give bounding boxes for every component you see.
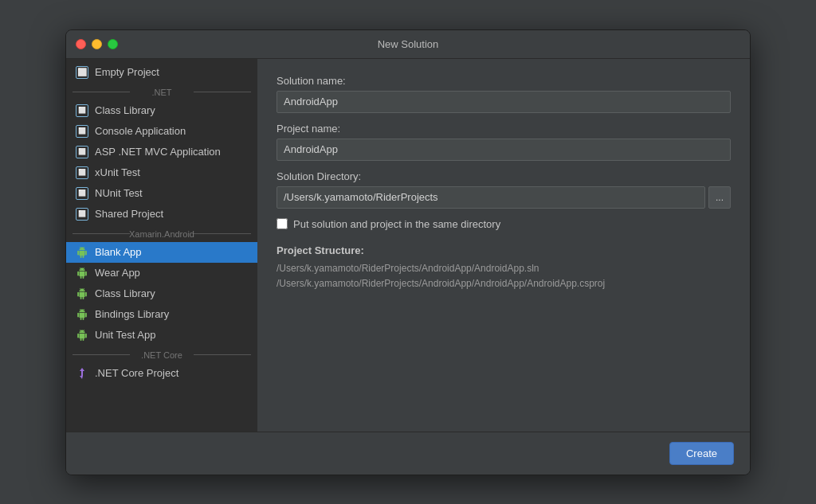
sidebar-item-label: Console Application — [95, 125, 186, 137]
net-icon: ⬜ — [76, 104, 88, 117]
net-icon: ⬜ — [76, 166, 88, 179]
sidebar: ⬜ Empty Project .NET ⬜ Class Library ⬜ C… — [66, 59, 257, 432]
android-icon — [76, 308, 88, 321]
titlebar: New Solution — [66, 30, 750, 59]
sidebar-item-label: ASP .NET MVC Application — [95, 146, 221, 158]
sidebar-item-wear-app[interactable]: Wear App — [66, 263, 257, 283]
minimize-button[interactable] — [92, 39, 102, 49]
traffic-lights — [76, 39, 118, 49]
sidebar-item-label: Wear App — [95, 267, 140, 279]
project-structure-path-sln: /Users/k.yamamoto/RiderProjects/AndroidA… — [277, 263, 539, 274]
directory-row: ... — [277, 186, 731, 209]
sidebar-item-nunit[interactable]: ⬜ NUnit Test — [66, 183, 257, 204]
main-content: ⬜ Empty Project .NET ⬜ Class Library ⬜ C… — [66, 59, 750, 432]
project-structure: Project Structure: /Users/k.yamamoto/Rid… — [277, 244, 731, 291]
sidebar-item-label: Shared Project — [95, 208, 163, 220]
sidebar-item-asp-mvc[interactable]: ⬜ ASP .NET MVC Application — [66, 142, 257, 162]
dotnet-core-icon — [76, 367, 88, 380]
sidebar-item-label: Unit Test App — [95, 329, 155, 341]
create-button[interactable]: Create — [669, 442, 734, 465]
sidebar-item-xunit[interactable]: ⬜ xUnit Test — [66, 162, 257, 183]
sidebar-item-label: Blank App — [95, 246, 142, 258]
android-icon — [76, 267, 88, 279]
sidebar-item-label: Class Library — [95, 104, 155, 116]
net-icon: ⬜ — [76, 66, 88, 79]
browse-button[interactable]: ... — [708, 186, 731, 209]
project-structure-title: Project Structure: — [277, 244, 731, 256]
net-icon: ⬜ — [76, 125, 88, 138]
solution-directory-group: Solution Directory: ... — [277, 170, 731, 209]
sidebar-item-label: Bindings Library — [95, 308, 169, 320]
same-directory-checkbox[interactable] — [277, 218, 288, 229]
sidebar-item-class-library-android[interactable]: Class Library — [66, 283, 257, 304]
net-icon: ⬜ — [76, 208, 88, 221]
project-name-group: Project name: — [277, 123, 731, 161]
project-structure-paths: /Users/k.yamamoto/RiderProjects/AndroidA… — [277, 261, 731, 291]
right-panel: Solution name: Project name: Solution Di… — [257, 59, 750, 432]
sidebar-item-dotnet-core-project[interactable]: .NET Core Project — [66, 363, 257, 384]
sidebar-item-console-app[interactable]: ⬜ Console Application — [66, 121, 257, 142]
net-icon: ⬜ — [76, 146, 88, 158]
project-name-label: Project name: — [277, 123, 731, 135]
solution-name-group: Solution name: — [277, 75, 731, 113]
net-icon: ⬜ — [76, 187, 88, 200]
maximize-button[interactable] — [108, 39, 118, 49]
bottom-bar: Create — [66, 432, 750, 475]
solution-name-label: Solution name: — [277, 75, 731, 87]
sidebar-item-blank-app[interactable]: Blank App — [66, 242, 257, 263]
solution-name-input[interactable] — [277, 91, 731, 113]
same-directory-row: Put solution and project in the same dir… — [277, 218, 731, 230]
sidebar-item-label: Empty Project — [95, 66, 159, 78]
solution-directory-input[interactable] — [277, 186, 705, 209]
project-structure-path-csproj: /Users/k.yamamoto/RiderProjects/AndroidA… — [277, 278, 605, 289]
project-name-input[interactable] — [277, 139, 731, 161]
sidebar-item-bindings-library[interactable]: Bindings Library — [66, 304, 257, 325]
close-button[interactable] — [76, 39, 86, 49]
same-directory-label: Put solution and project in the same dir… — [293, 218, 500, 230]
sidebar-item-label: xUnit Test — [95, 166, 140, 178]
new-solution-window: New Solution ⬜ Empty Project .NET ⬜ Clas… — [65, 29, 751, 475]
section-header-xamarin-android: Xamarin.Android — [66, 225, 257, 242]
sidebar-item-label: .NET Core Project — [95, 367, 178, 379]
sidebar-item-unit-test-app[interactable]: Unit Test App — [66, 325, 257, 346]
section-header-net: .NET — [66, 83, 257, 100]
sidebar-item-class-library-net[interactable]: ⬜ Class Library — [66, 100, 257, 121]
sidebar-item-label: Class Library — [95, 287, 155, 299]
sidebar-item-shared-project[interactable]: ⬜ Shared Project — [66, 204, 257, 225]
window-title: New Solution — [378, 38, 439, 50]
section-header-dotnet-core: .NET Core — [66, 346, 257, 363]
sidebar-item-label: NUnit Test — [95, 187, 143, 199]
android-icon — [76, 287, 88, 300]
solution-directory-label: Solution Directory: — [277, 170, 731, 182]
android-icon — [76, 329, 88, 342]
sidebar-item-empty-project[interactable]: ⬜ Empty Project — [66, 62, 257, 83]
android-icon — [76, 246, 88, 259]
